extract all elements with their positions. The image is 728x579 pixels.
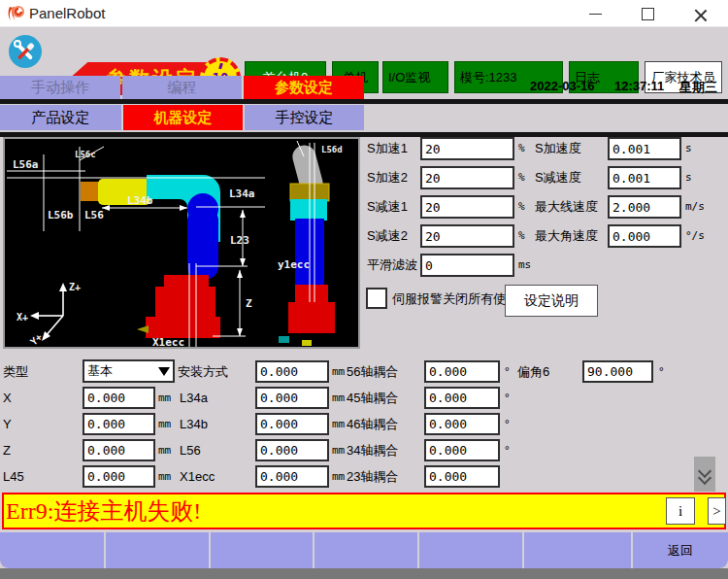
label-l56d: L56d bbox=[321, 145, 343, 154]
label-x1ecc: X1ecc bbox=[152, 336, 184, 347]
tools-icon[interactable] bbox=[8, 34, 43, 69]
param-label: S减速2 bbox=[367, 224, 408, 248]
robot-diagram-svg: L56a L56c L56b L56 L34b L34a L23 Z X1ecc… bbox=[5, 139, 358, 347]
base-top-red-right bbox=[295, 285, 328, 304]
scroll-down-button[interactable] bbox=[694, 457, 715, 492]
servo-alarm-label: 伺服报警关闭所有使能 bbox=[392, 288, 518, 311]
close-icon bbox=[694, 8, 707, 20]
param-input-max-angular-speed[interactable] bbox=[608, 224, 681, 248]
geometry-input-23-coupling[interactable] bbox=[424, 465, 500, 488]
param-label: S加速1 bbox=[367, 137, 408, 160]
bottom-button-1[interactable] bbox=[0, 532, 104, 568]
setting-help-button[interactable]: 设定说明 bbox=[505, 285, 598, 317]
geometry-input-x1ecc[interactable] bbox=[255, 465, 329, 488]
arm-column-blue bbox=[187, 209, 218, 279]
param-input-max-linear-speed[interactable] bbox=[608, 195, 681, 219]
weekday-text: 星期三 bbox=[679, 79, 717, 96]
param-input-s-decel2[interactable] bbox=[420, 224, 514, 248]
smooth-filter-input[interactable] bbox=[420, 254, 514, 277]
block-cyan bbox=[290, 199, 327, 221]
bottom-button-3[interactable] bbox=[211, 532, 313, 568]
geometry-input-45-coupling[interactable] bbox=[424, 387, 500, 409]
geometry-input-l34a[interactable] bbox=[255, 387, 329, 409]
param-input-s-accel-time[interactable] bbox=[608, 137, 681, 160]
geometry-input-56-coupling[interactable] bbox=[424, 360, 500, 383]
axis-lines bbox=[34, 287, 63, 337]
param-input-s-decel-time[interactable] bbox=[608, 166, 681, 189]
bottom-button-6[interactable] bbox=[524, 532, 631, 568]
error-next-button[interactable]: > bbox=[708, 497, 726, 525]
geometry-input-34-coupling[interactable] bbox=[424, 439, 500, 461]
bottom-button-4[interactable] bbox=[314, 532, 417, 568]
param-unit: % bbox=[518, 166, 525, 189]
label-l56: L56 bbox=[84, 209, 104, 221]
param-input-s-accel1[interactable] bbox=[420, 137, 514, 160]
base-mid-red bbox=[155, 287, 215, 318]
geometry-unit: mm bbox=[158, 465, 171, 489]
geometry-label: 45轴耦合 bbox=[347, 387, 398, 410]
subtab-product-setting[interactable]: 产品设定 bbox=[0, 105, 121, 130]
servo-alarm-checkbox[interactable] bbox=[366, 288, 387, 309]
label-l34a: L34a bbox=[229, 187, 255, 200]
geometry-unit: mm bbox=[158, 387, 171, 410]
geometry-label: L56 bbox=[180, 439, 201, 462]
param-label: S减速1 bbox=[367, 195, 408, 219]
geometry-input-x[interactable] bbox=[83, 387, 155, 409]
minimize-icon bbox=[589, 14, 602, 15]
bottom-strip bbox=[0, 568, 728, 579]
geometry-input-l45[interactable] bbox=[83, 465, 155, 488]
geometry-label: 46轴耦合 bbox=[347, 413, 398, 436]
geometry-input-l56[interactable] bbox=[255, 439, 329, 461]
geometry-input-y[interactable] bbox=[83, 413, 155, 435]
geometry-input-mount[interactable] bbox=[255, 360, 329, 383]
label-l56c: L56c bbox=[75, 150, 96, 159]
window-title: PanelRobot bbox=[29, 5, 105, 21]
label-z: Z bbox=[246, 297, 252, 310]
io-monitor-button[interactable]: I/O监视 bbox=[382, 61, 448, 93]
smooth-filter-label: 平滑滤波 bbox=[367, 254, 417, 277]
geometry-label: Z bbox=[3, 439, 11, 462]
geometry-unit: mm bbox=[332, 387, 345, 410]
close-button[interactable] bbox=[678, 0, 722, 27]
geometry-unit: ° bbox=[658, 360, 665, 384]
date-text: 2022-03-16 bbox=[530, 79, 595, 93]
geometry-input-offset-angle6[interactable] bbox=[582, 360, 653, 383]
geometry-unit: mm bbox=[332, 439, 345, 462]
dot-teal bbox=[279, 336, 289, 343]
bottom-button-2[interactable] bbox=[106, 532, 209, 568]
param-label: S加速度 bbox=[535, 137, 581, 160]
base-top-red bbox=[164, 275, 209, 289]
subtab-manual-control-setting[interactable]: 手控设定 bbox=[245, 105, 364, 130]
type-select[interactable]: 基本 bbox=[83, 359, 175, 383]
maximize-icon bbox=[642, 8, 654, 20]
minimize-button[interactable] bbox=[573, 0, 617, 27]
tab-manual-operation[interactable]: 手动操作 bbox=[0, 76, 120, 99]
title-bar: PanelRobot bbox=[0, 0, 728, 27]
bottom-button-5[interactable] bbox=[419, 532, 522, 568]
arm-joint-orange bbox=[81, 182, 100, 201]
type-select-value: 基本 bbox=[84, 362, 158, 380]
param-input-s-accel2[interactable] bbox=[420, 166, 514, 189]
param-input-s-decel1[interactable] bbox=[420, 195, 514, 219]
geometry-label: X bbox=[3, 387, 12, 410]
geometry-input-z[interactable] bbox=[83, 439, 155, 461]
panelrobot-window: PanelRobot 参数设定 10 首台机0 单机 I/O监视 模号:1233… bbox=[0, 0, 728, 579]
geometry-unit: ° bbox=[504, 413, 511, 436]
param-unit: s bbox=[685, 137, 692, 160]
tab-programming[interactable]: 编程 bbox=[122, 76, 242, 99]
geometry-input-l34b[interactable] bbox=[255, 413, 329, 435]
maximize-button[interactable] bbox=[625, 0, 670, 27]
toolbar: 参数设定 10 首台机0 单机 I/O监视 模号:1233 日志 厂家技术员 bbox=[0, 27, 728, 75]
subtab-machine-setting[interactable]: 机器设定 bbox=[123, 105, 243, 130]
geometry-label: X1ecc bbox=[180, 465, 215, 489]
tab-parameter-setting[interactable]: 参数设定 bbox=[244, 76, 364, 99]
geometry-label: 34轴耦合 bbox=[347, 439, 398, 462]
geometry-unit: mm bbox=[332, 360, 345, 384]
geometry-input-46-coupling[interactable] bbox=[424, 413, 500, 435]
label-axis-z: Z+ bbox=[69, 282, 81, 292]
dot-yellow bbox=[302, 340, 312, 346]
base-flange-red-right bbox=[288, 302, 335, 333]
error-info-button[interactable]: i bbox=[666, 497, 695, 525]
back-button[interactable]: 返回 bbox=[633, 532, 728, 568]
geometry-label: L34b bbox=[180, 413, 208, 436]
